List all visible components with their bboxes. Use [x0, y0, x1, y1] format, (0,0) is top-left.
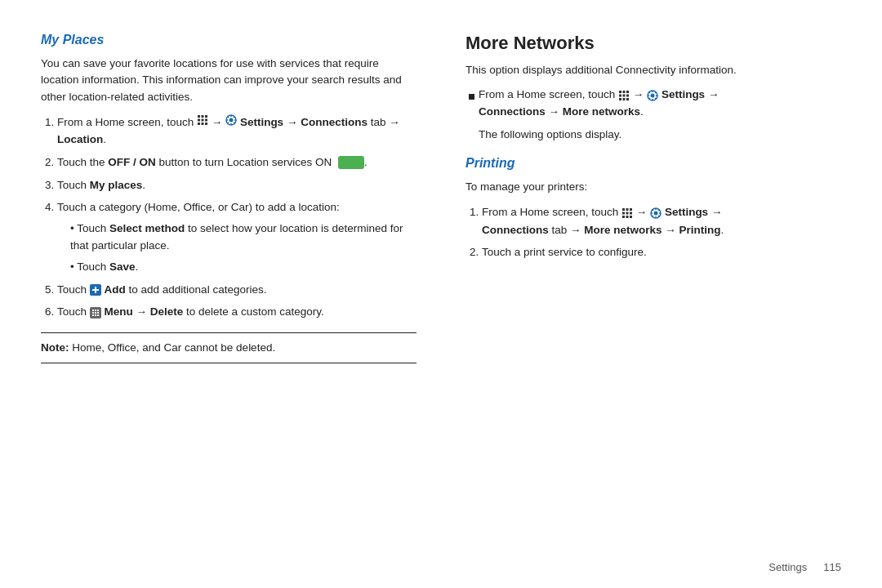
print-step1-path-label: Connections [482, 224, 549, 236]
svg-rect-39 [623, 98, 626, 100]
printing-intro: To manage your printers: [466, 179, 841, 195]
svg-rect-36 [623, 94, 626, 96]
svg-rect-55 [626, 212, 629, 214]
subbullet-1: Touch Select method to select how your l… [70, 220, 416, 255]
step-6: Touch Menu → Delete to [57, 303, 416, 321]
svg-rect-30 [97, 312, 99, 314]
printing-steps: From a Home screen, touch [466, 203, 841, 261]
svg-rect-32 [619, 91, 621, 93]
page-footer: Settings 115 [768, 561, 841, 573]
right-column: More Networks This option displays addit… [449, 33, 841, 555]
step-3: Touch My places. [57, 176, 416, 194]
svg-rect-23 [92, 310, 94, 311]
step-5: Touch Add to add additional categories. [57, 281, 416, 299]
add-icon [90, 283, 105, 296]
svg-rect-2 [205, 115, 207, 118]
page-container: My Places You can save your favorite loc… [0, 0, 882, 588]
printing-section: Printing To manage your printers: From a… [466, 156, 841, 261]
step1-connections-label: Connections [301, 116, 368, 128]
footer-page: 115 [823, 561, 841, 573]
footer-section: Settings [768, 561, 807, 573]
step1-location-label: Location [57, 133, 103, 145]
settings-icon-right [647, 88, 662, 100]
svg-rect-56 [630, 212, 632, 214]
note-label: Note: [41, 341, 69, 354]
step-2: Touch the OFF / ON button to turn Locati… [57, 154, 416, 172]
svg-point-61 [654, 211, 658, 215]
right-settings-label: Settings → [662, 88, 719, 100]
svg-rect-54 [622, 212, 625, 214]
step1-tab-label: tab → [371, 116, 400, 128]
svg-rect-29 [97, 310, 99, 311]
menu-icon [90, 305, 105, 318]
svg-rect-6 [198, 122, 200, 125]
svg-rect-51 [622, 208, 625, 211]
svg-rect-58 [626, 216, 629, 218]
bullet-content: From a Home screen, touch → [479, 87, 841, 120]
grid-icon [197, 116, 212, 128]
svg-rect-0 [198, 115, 200, 118]
grid-icon-print [621, 206, 636, 218]
svg-rect-24 [92, 312, 94, 314]
note-box: Note: Home, Office, and Car cannot be de… [41, 332, 416, 363]
toggle-on-icon [338, 156, 364, 169]
svg-rect-8 [205, 122, 207, 125]
print-step1-tab-label: tab → [552, 224, 581, 236]
svg-rect-7 [202, 122, 204, 125]
svg-rect-4 [202, 118, 204, 121]
svg-rect-27 [95, 312, 96, 314]
svg-rect-59 [630, 216, 632, 218]
more-networks-bullet: From a Home screen, touch → [466, 87, 841, 120]
printing-step-1: From a Home screen, touch [482, 203, 841, 238]
svg-rect-40 [626, 98, 629, 100]
step2-offon-label: OFF / ON [108, 156, 156, 168]
print-step1-more-label: More networks → Printing [584, 224, 720, 236]
printing-step-2: Touch a print service to configure. [482, 243, 841, 261]
svg-point-42 [651, 93, 655, 97]
svg-point-10 [229, 118, 234, 122]
step5-add-label: Add [105, 283, 126, 296]
step1-settings-label: Settings → [240, 116, 298, 128]
svg-rect-5 [205, 118, 207, 121]
grid-icon-right [618, 88, 633, 100]
square-bullet-icon [469, 89, 479, 102]
svg-rect-53 [630, 208, 632, 211]
svg-rect-33 [623, 91, 626, 93]
my-places-title: My Places [41, 33, 416, 47]
step-4: Touch a category (Home, Office, or Car) … [57, 198, 416, 275]
svg-rect-52 [626, 208, 629, 211]
svg-rect-34 [626, 91, 629, 93]
svg-rect-31 [97, 314, 99, 316]
note-text: Home, Office, and Car cannot be deleted. [69, 341, 276, 354]
step4-subbullets: Touch Select method to select how your l… [57, 220, 416, 276]
step3-myplaces-label: My places [90, 179, 143, 191]
svg-rect-3 [198, 118, 200, 121]
my-places-intro: You can save your favorite locations for… [41, 56, 416, 105]
step4-text: Touch a category (Home, Office, or Car) … [57, 201, 340, 213]
step6-menu-delete-label: Menu → Delete [105, 305, 184, 318]
following-options-text: The following options display. [466, 127, 841, 143]
subbullet-2: Touch Save. [70, 258, 416, 276]
svg-rect-38 [619, 98, 621, 100]
more-networks-title: More Networks [466, 33, 841, 54]
svg-rect-28 [95, 314, 96, 316]
print-step1-settings-label: Settings → [665, 206, 723, 218]
svg-rect-26 [95, 310, 96, 311]
svg-rect-37 [626, 94, 629, 96]
more-networks-intro: This option displays additional Connecti… [466, 62, 841, 78]
print-step2-text: Touch a print service to configure. [482, 246, 647, 258]
svg-rect-1 [202, 115, 204, 118]
printing-title: Printing [466, 156, 841, 171]
left-column: My Places You can save your favorite loc… [41, 33, 416, 555]
svg-rect-35 [619, 94, 621, 96]
right-connections-label: Connections → More networks [479, 105, 640, 118]
settings-icon-print [650, 206, 665, 218]
settings-icon-step1 [225, 116, 240, 128]
svg-rect-57 [622, 216, 625, 218]
my-places-steps: From a Home screen, touch → [41, 114, 416, 321]
svg-rect-25 [92, 314, 94, 316]
step-1: From a Home screen, touch → [57, 114, 416, 149]
